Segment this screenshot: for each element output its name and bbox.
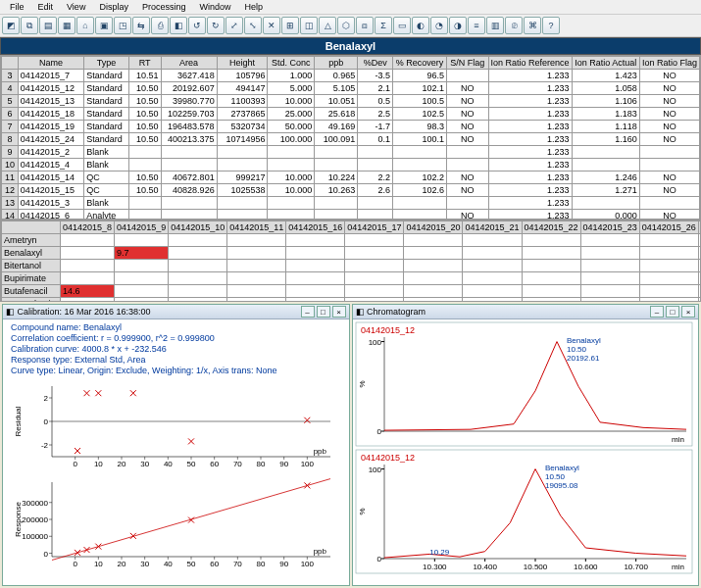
minimize-button[interactable]: – [301,306,315,318]
compound-row[interactable]: Ametryn [2,234,702,247]
compound-row[interactable]: Butafenacil14.6 [2,285,702,298]
chromatogram-top[interactable]: 04142015_120100%minBenalaxyl10.5020192.6… [355,321,693,447]
toolbar-button-25[interactable]: ≡ [468,17,485,34]
toolbar-button-19[interactable]: ⧈ [356,17,374,34]
menu-help[interactable]: Help [238,1,269,13]
maximize-button[interactable]: □ [317,306,330,318]
toolbar-button-15[interactable]: ⊞ [281,17,299,34]
toolbar-button-26[interactable]: ▥ [486,17,504,34]
compound-row[interactable]: Bitertanol [2,260,702,272]
toolbar-button-29[interactable]: ? [542,17,560,34]
sample-col[interactable]: 04142015_9 [115,221,169,234]
col-Std. Conc[interactable]: Std. Conc [268,57,315,70]
residual-plot[interactable]: 0102030405060708090100-202ppbResidual [7,380,340,473]
toolbar-button-2[interactable]: ▤ [39,17,57,34]
sample-col[interactable]: 04142015_8 [61,221,115,234]
toolbar-button-22[interactable]: ◐ [412,17,429,34]
chromatogram-titlebar[interactable]: ◧ Chromatogram – □ × [353,305,699,319]
calibration-titlebar[interactable]: ◧ Calibration: 16 Mar 2016 16:38:00 – □ … [3,305,349,319]
sample-col[interactable]: 04142015_16 [286,221,345,234]
svg-text:100: 100 [368,338,381,347]
toolbar-button-9[interactable]: ◧ [170,17,187,34]
col-Type[interactable]: Type [84,57,129,70]
table-row[interactable]: 904142015_2Blank1.233 [2,146,700,159]
col-ppb[interactable]: ppb [315,57,358,70]
toolbar-button-27[interactable]: ⎚ [505,17,523,34]
close-button[interactable]: × [332,306,346,318]
toolbar-button-3[interactable]: ▦ [58,17,75,34]
sample-col[interactable]: 04142015_23 [580,221,639,234]
close-button[interactable]: × [681,306,695,318]
compound-row[interactable]: Bupirimate [2,272,702,285]
table-row[interactable]: 604142015_18Standard10.50102259.70327378… [2,108,700,121]
table-row[interactable]: 1004142015_4Blank1.233 [2,159,700,172]
col-% Recovery[interactable]: % Recovery [393,57,447,70]
compound-grid[interactable]: 04142015_804142015_904142015_1004142015_… [1,220,701,302]
sample-col[interactable]: 04142015_10 [169,221,227,234]
toolbar-button-18[interactable]: ⬡ [337,17,355,34]
toolbar-button-28[interactable]: ⌘ [524,17,541,34]
toolbar-button-11[interactable]: ↻ [207,17,225,34]
toolbar-button-17[interactable]: △ [319,17,336,34]
calibration-panel: ◧ Calibration: 16 Mar 2016 16:38:00 – □ … [2,304,350,586]
table-row[interactable]: 1104142015_14QC10.5040672.80199921710.00… [2,172,700,184]
toolbar-button-6[interactable]: ◳ [114,17,131,34]
col-%Dev[interactable]: %Dev [358,57,393,70]
table-row[interactable]: 404142015_12Standard10.5020192.607494147… [2,82,700,95]
col-Name[interactable]: Name [18,57,83,70]
col-rownum[interactable] [2,57,19,70]
menu-edit[interactable]: Edit [32,1,60,13]
toolbar-button-20[interactable]: Σ [375,17,392,34]
compound-grid-wrap[interactable]: 04142015_804142015_904142015_1004142015_… [0,220,701,302]
toolbar-button-8[interactable]: ⎙ [151,17,169,34]
table-row[interactable]: 1304142015_3Blank1.233 [2,197,700,210]
table-row[interactable]: 504142015_13Standard10.5039980.770110039… [2,95,700,108]
col-Height[interactable]: Height [217,57,268,70]
col-Area[interactable]: Area [161,57,217,70]
svg-text:10.600: 10.600 [574,563,598,571]
toolbar-button-1[interactable]: ⧉ [21,17,38,34]
results-table[interactable]: NameTypeRTAreaHeightStd. Concppb%Dev% Re… [1,56,700,220]
col-Ion Ratio Flag[interactable]: Ion Ratio Flag [639,57,699,70]
toolbar-button-0[interactable]: ◩ [2,17,20,34]
col-S/N Flag[interactable]: S/N Flag [447,57,488,70]
toolbar-button-16[interactable]: ◫ [300,17,318,34]
col-Ion Ratio Reference[interactable]: Ion Ratio Reference [488,57,572,70]
toolbar-button-4[interactable]: ⌂ [76,17,94,34]
toolbar-button-13[interactable]: ⤡ [244,17,262,34]
table-row[interactable]: 1204142015_15QC10.5040828.926102553810.0… [2,184,700,197]
col-Ion Ratio Actual[interactable]: Ion Ratio Actual [572,57,639,70]
menu-file[interactable]: File [4,1,30,13]
maximize-button[interactable]: □ [666,306,679,318]
toolbar-button-12[interactable]: ⤢ [225,17,243,34]
toolbar-button-10[interactable]: ↺ [188,17,206,34]
sample-col[interactable]: 04142015_26 [639,221,698,234]
response-plot[interactable]: 0102030405060708090100010000020000030000… [7,476,340,574]
compound-row[interactable]: Benalaxyl9.7 [2,247,702,260]
toolbar-button-21[interactable]: ▭ [393,17,411,34]
compound-col[interactable] [2,221,61,234]
table-row[interactable]: 1404142015_6AnalyteNO1.2330.000NO [2,210,700,220]
menu-view[interactable]: View [61,1,91,13]
sample-col[interactable]: 04142015_22 [522,221,580,234]
toolbar-button-14[interactable]: ✕ [263,17,280,34]
minimize-button[interactable]: – [650,306,664,318]
table-row[interactable]: 804142015_24Standard10.50400213.37510714… [2,133,700,146]
chromatogram-bottom[interactable]: 04142015_120100%min10.30010.40010.50010.… [355,449,693,574]
sample-col[interactable]: 04142015_20 [404,221,463,234]
chromatogram-body: 04142015_120100%minBenalaxyl10.5020192.6… [353,319,699,585]
toolbar-button-7[interactable]: ⇆ [132,17,150,34]
toolbar-button-24[interactable]: ◑ [449,17,467,34]
results-table-wrap[interactable]: NameTypeRTAreaHeightStd. Concppb%Dev% Re… [0,55,701,220]
toolbar-button-23[interactable]: ◔ [430,17,448,34]
col-RT[interactable]: RT [128,57,161,70]
sample-col[interactable]: 04142015_21 [463,221,522,234]
menu-processing[interactable]: Processing [136,1,192,13]
table-row[interactable]: 304142015_7Standard10.513627.4181057961.… [2,70,700,82]
table-row[interactable]: 704142015_19Standard10.50196483.57853207… [2,121,700,133]
menu-window[interactable]: Window [193,1,236,13]
sample-col[interactable]: 04142015_11 [227,221,286,234]
toolbar-button-5[interactable]: ▣ [95,17,113,34]
menu-display[interactable]: Display [93,1,134,13]
sample-col[interactable]: 04142015_17 [345,221,404,234]
